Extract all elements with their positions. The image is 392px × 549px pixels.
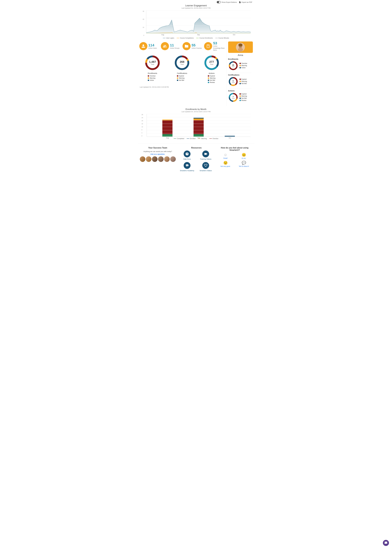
status-icon-circle <box>202 162 209 169</box>
groups-icon <box>163 44 167 48</box>
resources-title: Resources <box>179 147 214 149</box>
active-kb-icon-circle <box>204 42 212 50</box>
academy-label: SmarterU Academy <box>180 170 194 172</box>
certifications-donut-chart: 268 Total <box>174 55 190 71</box>
feedback-ok[interactable]: 😐 It's ok. <box>236 153 252 159</box>
active-groups-number: 11 <box>170 43 179 47</box>
tell-us-icon: 💬 <box>242 161 246 165</box>
anna-certifications-legend: Expired Warning Not Met <box>239 78 247 85</box>
success-team-text: Anything we can assist you with today? <box>140 150 176 152</box>
training-videos-item[interactable]: Training Videos <box>197 150 214 160</box>
divider-1 <box>230 73 251 73</box>
feedback-ok-label: It's ok. <box>242 157 246 159</box>
feedback-options: ☺ Great! 😐 It's ok. 😟 Not very good. 💬 T… <box>217 153 252 167</box>
toggle-switch-icon[interactable] <box>217 1 221 3</box>
actions-expired-legend: Expired <box>208 75 215 77</box>
smarteru-status-item[interactable]: SmarterU Status <box>197 162 214 172</box>
bar-chart-section: Enrollments by Month Last Updated On: 29… <box>138 106 254 141</box>
enrollments-overdue-legend: Overdue <box>148 75 157 77</box>
anna-certifications-donut: 5 Total <box>228 77 238 87</box>
actions-donut-chart: 277 Total <box>203 55 220 71</box>
line-chart-legend: User Logins Course Completions Course En… <box>140 37 252 39</box>
cert-notmet-legend: Not Met <box>177 79 187 81</box>
actions-donut: 277 Total Actions Expired Warning Not Me… <box>198 55 225 84</box>
last-updated-header: Last Updated On: 29-Oct-2024 2:20:37 PM <box>138 7 254 9</box>
pdf-icon <box>239 1 241 3</box>
active-courses-number: 55 <box>192 43 202 47</box>
team-member-4 <box>158 156 164 162</box>
anna-enrollments-label: 26 Total <box>232 64 234 67</box>
feedback-not-good[interactable]: 😟 Not very good. <box>217 161 234 167</box>
team-photos <box>140 156 176 162</box>
actions-notmet-legend: Not Met <box>208 79 215 81</box>
not-good-face-icon: 😟 <box>223 161 228 165</box>
actions-legend: Actions Expired Warning Not Met Review <box>208 72 215 84</box>
help-docs-item[interactable]: Help Docs <box>179 150 196 160</box>
line-chart-section: 30 20 10 0 <box>138 9 254 39</box>
active-courses-label: Active Courses <box>192 47 202 49</box>
svg-point-15 <box>238 43 242 47</box>
enrollments-active-legend: Active <box>148 79 157 81</box>
team-member-3 <box>152 156 158 162</box>
last-updated-2: Last Updated On: 29-Oct-2024 2:20:38 PM <box>138 86 226 89</box>
feedback-tell-us[interactable]: 💬 Tell Us About It <box>236 161 252 167</box>
anna-certifications-row: 5 Total Expired Warning Not Met <box>228 77 253 87</box>
anna-certifications-label: 5 Total <box>232 80 234 83</box>
smarteru-academy-item[interactable]: SmarterU Academy <box>179 162 196 172</box>
anna-certifications-section: Certifications 5 Total Expired Warning <box>228 74 253 87</box>
training-videos-icon-circle <box>202 150 209 157</box>
actions-review-legend: Review <box>208 82 215 83</box>
line-chart-y-axis: 30 20 10 0 <box>141 11 144 36</box>
success-team-content: Anything we can assist you with today? A… <box>140 150 176 162</box>
certifications-legend: Certifications Expired Warning Not Met <box>177 72 187 82</box>
completions-color <box>177 38 179 38</box>
anna-enrollments-section: Enrollments 26 Total Overdue Warning <box>228 58 253 71</box>
main-content: 114 Active Users 11 Active Groups <box>138 40 254 106</box>
team-member-6 <box>170 156 176 162</box>
anna-actions-row: 7 Total Expired Warning Not Met Review <box>228 92 253 102</box>
courses-icon <box>184 44 189 48</box>
stats-row: 114 Active Users 11 Active Groups <box>138 40 226 52</box>
success-team-section: Your Success Team Anything we can assist… <box>140 147 176 172</box>
anna-avatar-svg <box>236 43 245 52</box>
anna-actions-legend: Expired Warning Not Met Review <box>239 93 247 102</box>
export-pdf-label: Export as PDF <box>242 1 252 3</box>
enrollments-legend: Enrollments Overdue Warning Active <box>148 72 157 82</box>
enrollments-donut-label: 1,487 Total <box>149 60 156 65</box>
line-chart-x-axis: Aug Sep Oct <box>145 33 252 36</box>
bar-chart-subtitle: Last Updated On: 29-Oct-2024 2:20:37 PM <box>140 111 252 113</box>
feedback-section: How do you feel about using SmarterU? ☺ … <box>217 147 252 172</box>
resources-grid: Help Docs Training Videos SmarterU Acade… <box>179 150 214 172</box>
toolbar: Show Export Buttons Export as PDF <box>138 0 254 4</box>
svg-point-12 <box>238 48 243 52</box>
feedback-tell-us-label: Tell Us About It <box>239 165 249 167</box>
training-videos-label: Training Videos <box>200 158 211 160</box>
active-users-number: 114 <box>148 43 157 47</box>
stat-active-users: 114 Active Users <box>139 42 160 50</box>
export-pdf-button[interactable]: Export as PDF <box>239 1 252 3</box>
enrollments-color <box>196 38 199 38</box>
ok-face-icon: 😐 <box>242 153 246 157</box>
stat-active-courses: 55 Active Courses <box>182 42 203 50</box>
anna-header <box>228 42 253 53</box>
feedback-title: How do you feel about using SmarterU? <box>217 147 252 151</box>
bar-chart-y-axis: 28 24 20 16 12 8 4 0 <box>141 114 143 137</box>
users-icon <box>141 44 145 48</box>
anna-enrollments-row: 26 Total Overdue Warning Active <box>228 61 253 71</box>
anna-avatar <box>236 43 245 52</box>
bar-chart: Aug Sep Oct <box>147 114 251 137</box>
feedback-great[interactable]: ☺ Great! <box>217 153 234 159</box>
active-courses-icon-circle <box>182 42 191 50</box>
cert-expired-legend: Expired <box>177 75 187 77</box>
show-export-toggle[interactable]: Show Export Buttons <box>217 1 237 3</box>
help-docs-icon-circle <box>184 150 190 157</box>
legend-enrollments: Course Enrollments <box>196 37 213 39</box>
great-face-icon: ☺ <box>224 153 227 157</box>
page-title: Learner Engagement <box>138 4 254 7</box>
ask-question-link[interactable]: Ask us a question. <box>140 153 176 155</box>
team-member-5 <box>164 156 170 162</box>
status-icon <box>204 164 208 167</box>
legend-completions: Course Completions <box>177 37 194 39</box>
academy-icon-circle <box>184 162 190 169</box>
bar-chart-wrapper: 28 24 20 16 12 8 4 0 <box>145 114 252 137</box>
